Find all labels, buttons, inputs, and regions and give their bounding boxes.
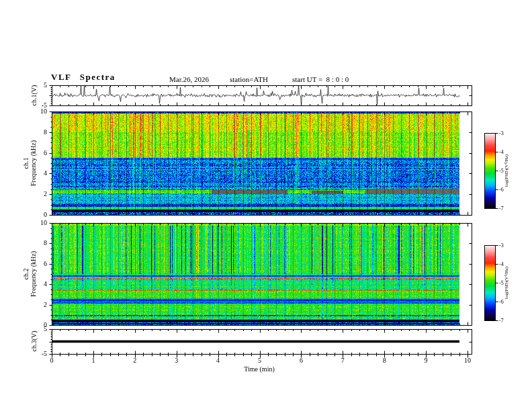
colorbar2-tick-label: -4 <box>499 261 504 269</box>
x-tick-label: 9 <box>416 357 436 365</box>
x-tick-label: 7 <box>332 357 353 365</box>
colorbar2-tick-label: -7 <box>499 317 504 325</box>
x-tick-label: 4 <box>208 357 228 365</box>
x-tick-label: 5 <box>250 357 270 365</box>
ch1-spec-y-tick-label: 4 <box>44 169 47 177</box>
ch1-wave-y-tick-label: 5 <box>44 81 47 89</box>
vlf-spectra-figure: VLF Spectra Mar.26, 2026 station=ATH sta… <box>0 0 532 411</box>
ch1-spec-axis-label-line1: ch.1 <box>22 140 30 186</box>
ch2-spec-y-tick-label: 6 <box>44 260 47 268</box>
ch1-spec-y-tick-label: 2 <box>44 190 47 198</box>
ch2-spec-y-tick-label: 8 <box>44 239 47 247</box>
date-label: Mar.26, 2026 <box>169 75 209 83</box>
colorbar1-tick-label: -5 <box>499 167 504 175</box>
ch2-spec-y-tick-label: 4 <box>44 280 47 288</box>
ch2-spec-axis-label-line2: Frequency (kHz) <box>30 251 37 297</box>
x-axis-label: Time (min) <box>226 365 293 373</box>
x-tick-label: 3 <box>167 357 187 365</box>
ch1-spec-y-tick-label: 6 <box>44 149 47 157</box>
ch3-y-tick-label: 5 <box>44 325 47 333</box>
ch2-spec-y-tick-label: 10 <box>40 219 47 227</box>
ch1-spec-y-tick-label: 0 <box>44 211 47 219</box>
colorbar1-tick-label: -7 <box>499 205 504 213</box>
colorbar2-tick-label: -5 <box>499 279 504 287</box>
ch1-spec-y-tick-label: 8 <box>44 128 47 136</box>
station-label: station=ATH <box>230 75 268 83</box>
figure-title: VLF Spectra <box>51 73 116 81</box>
figure-canvas <box>0 0 532 411</box>
x-tick-label: 1 <box>83 357 103 365</box>
ch1-spec-y-tick-label: 10 <box>40 107 47 116</box>
ch3-y-tick-label: -5 <box>42 350 47 358</box>
colorbar2-tick-label: -6 <box>499 298 504 306</box>
ch1-spec-axis-label-line2: Frequency (kHz) <box>30 140 37 186</box>
ch2-spec-axis-label-line1: ch.2 <box>22 251 30 297</box>
ch2-spec-y-tick-label: 2 <box>44 301 47 309</box>
colorbar1-tick-label: -4 <box>499 148 504 156</box>
x-tick-label: 10 <box>457 357 478 365</box>
start-ut-label: start UT = 8 : 0 : 0 <box>292 75 349 83</box>
colorbar1-tick-label: -6 <box>499 186 504 194</box>
x-tick-label: 6 <box>291 357 311 365</box>
x-tick-label: 8 <box>374 357 394 365</box>
x-tick-label: 2 <box>125 357 145 365</box>
colorbar2-tick-label: -3 <box>499 242 504 250</box>
colorbar1-tick-label: -3 <box>499 130 504 138</box>
